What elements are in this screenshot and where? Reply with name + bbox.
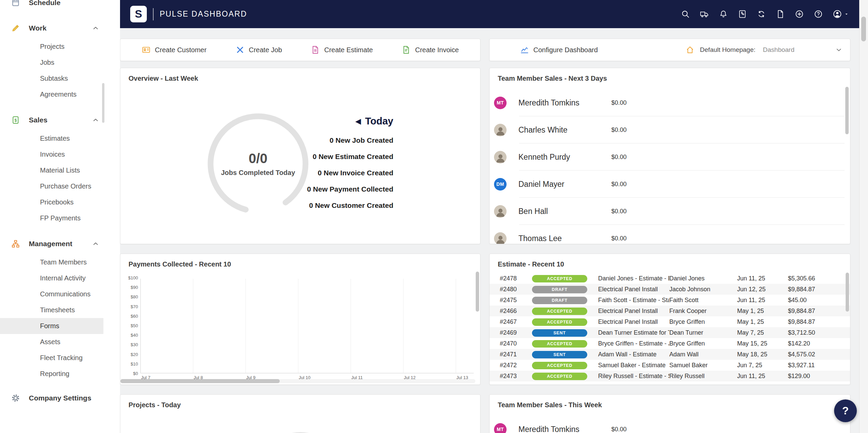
projects-gauge [250,427,351,433]
sidebar-section-work[interactable]: Work [0,20,103,36]
sidebar-item[interactable]: Communications [0,286,103,302]
scrollbar-thumb[interactable] [476,272,479,312]
sidebar-item[interactable]: Material Lists [0,162,103,178]
bell-icon[interactable] [719,9,728,19]
team-member-row[interactable]: Ben Hall $0.00 [490,198,850,225]
team-member-row[interactable]: Charles White $0.00 [490,116,850,143]
stat-line: 0 New Payment Collected [307,181,393,197]
sidebar-item-company-settings[interactable]: Company Settings [0,390,103,406]
help-circle-icon[interactable] [814,9,823,19]
page-title: PULSE DASHBOARD [160,9,247,19]
top-navbar: S PULSE DASHBOARD [120,0,859,28]
invoice-doc-icon [402,45,411,54]
avatar [494,205,507,218]
file-icon[interactable] [776,9,785,19]
stat-line: 0 New Customer Created [307,197,393,214]
truck-icon[interactable] [700,9,709,19]
estimate-row[interactable]: #2470 ACCEPTED Bryce Griffen - Estimate … [490,338,850,349]
estimate-row[interactable]: #2469 SENT Dean Turner Estimate for T...… [490,327,850,338]
search-icon[interactable] [681,9,690,19]
caret-down-icon [844,12,849,17]
sidebar-item[interactable]: Purchase Orders [0,178,103,194]
avatar: MT [494,423,507,433]
estimates-card: Estimate - Recent 10 #2478 ACCEPTED Dani… [489,254,850,385]
team-member-row[interactable]: Thomas Lee $0.00 [490,225,850,244]
sidebar-item[interactable]: Internal Activity [0,270,103,286]
scrollbar-thumb[interactable] [846,273,849,312]
status-badge: SENT [532,351,587,358]
sidebar-item[interactable]: Invoices [0,146,103,162]
app-logo: S [130,6,147,22]
previous-day-icon[interactable]: ◀ [355,118,361,125]
calendar-icon [11,0,20,7]
management-icon [11,239,20,248]
estimate-row[interactable]: #2475 DRAFT Faith Scott - Estimate - Sta… [490,295,850,306]
estimate-row[interactable]: #2467 ACCEPTED Electrical Panel Install … [490,316,850,327]
status-badge: ACCEPTED [532,318,587,326]
sidebar-item[interactable]: Pricebooks [0,194,103,210]
status-badge: DRAFT [532,297,587,304]
call-log-icon[interactable] [738,9,747,19]
sidebar-item[interactable]: FP Payments [0,210,103,226]
gear-icon [11,394,20,402]
sidebar-item[interactable]: Team Members [0,254,103,270]
team-member-row[interactable]: Kenneth Purdy $0.00 [490,143,850,171]
configure-dashboard-button[interactable]: Configure Dashboard [520,45,598,54]
estimate-row[interactable]: #2472 ACCEPTED Samuel Baker - Estimate S… [490,360,850,371]
create-estimate-button[interactable]: Create Estimate [311,45,373,54]
estimate-row[interactable]: #2473 ACCEPTED Riley Russell - Estimate … [490,371,850,381]
svg-text:$: $ [15,118,17,122]
scrollbar-thumb[interactable] [845,87,849,134]
sidebar-item[interactable]: Forms [0,318,103,334]
scrollbar-thumb[interactable] [120,379,280,383]
create-toolbar: Create Customer Create Job Create Estima… [120,39,480,61]
help-fab-button[interactable]: ? [834,399,857,422]
page-scrollbar [859,0,868,433]
create-customer-button[interactable]: Create Customer [142,45,206,54]
status-badge: ACCEPTED [532,275,587,282]
plus-circle-icon[interactable] [795,9,804,19]
avatar: MT [494,97,507,109]
stat-line: 0 New Estimate Created [307,149,393,165]
sidebar-item[interactable]: Timesheets [0,302,103,318]
sync-icon[interactable] [757,9,766,19]
status-badge: ACCEPTED [532,362,587,369]
day-nav-label: Today [365,116,393,127]
page-scrollbar-thumb[interactable] [861,17,866,41]
horizontal-scrollbar [120,379,475,383]
sidebar-item[interactable]: Reporting [0,366,103,382]
customer-card-icon [142,45,151,54]
status-badge: ACCEPTED [532,308,587,315]
sidebar-item-schedule[interactable]: Schedule [0,0,103,11]
team-member-row[interactable]: DM Daniel Mayer $0.00 [490,171,850,198]
avatar [494,124,507,136]
sidebar-item[interactable]: Assets [0,334,103,350]
sidebar-item[interactable]: Fleet Tracking [0,350,103,366]
default-homepage-select[interactable]: Default Homepage: Dashboard [686,45,843,54]
team-member-row[interactable]: MT Meredith Tomkins $0.00 [490,89,850,116]
estimate-row[interactable]: #2471 SENT Adam Wall - Estimate Adam Wal… [490,349,850,360]
sidebar-item[interactable]: Subtasks [0,71,103,86]
sales-icon: $ [11,116,20,124]
chevron-up-icon [92,24,99,32]
account-icon[interactable] [833,9,849,19]
estimate-row[interactable]: #2466 ACCEPTED Electrical Panel Install … [490,306,850,316]
app-root: Schedule Work Projects [0,0,868,433]
sidebar-scrollbar-thumb[interactable] [102,83,104,123]
team-member-row[interactable]: MT Meredith Tomkins $0.00 [490,416,850,433]
sidebar-item[interactable]: Jobs [0,55,103,71]
home-icon [686,45,694,54]
team-sales-next3-card: Team Member Sales - Next 3 Days MT Mered… [489,68,850,244]
team-sales-week-card: Team Member Sales - This Week MT Meredit… [489,394,850,433]
sidebar-item[interactable]: Agreements [0,86,103,102]
avatar [494,232,507,244]
sidebar-section-sales[interactable]: $ Sales [0,112,103,128]
create-job-button[interactable]: Create Job [236,45,282,54]
sidebar-item[interactable]: Projects [0,39,103,55]
gauge-label: Jobs Completed Today [221,169,295,177]
create-invoice-button[interactable]: Create Invoice [402,45,459,54]
sidebar-section-management[interactable]: Management [0,236,103,252]
estimate-row[interactable]: #2480 DRAFT Electrical Panel Install Jac… [490,284,850,295]
sidebar-item[interactable]: Estimates [0,131,103,146]
estimate-row[interactable]: #2478 ACCEPTED Daniel Jones - Estimate -… [490,273,850,284]
